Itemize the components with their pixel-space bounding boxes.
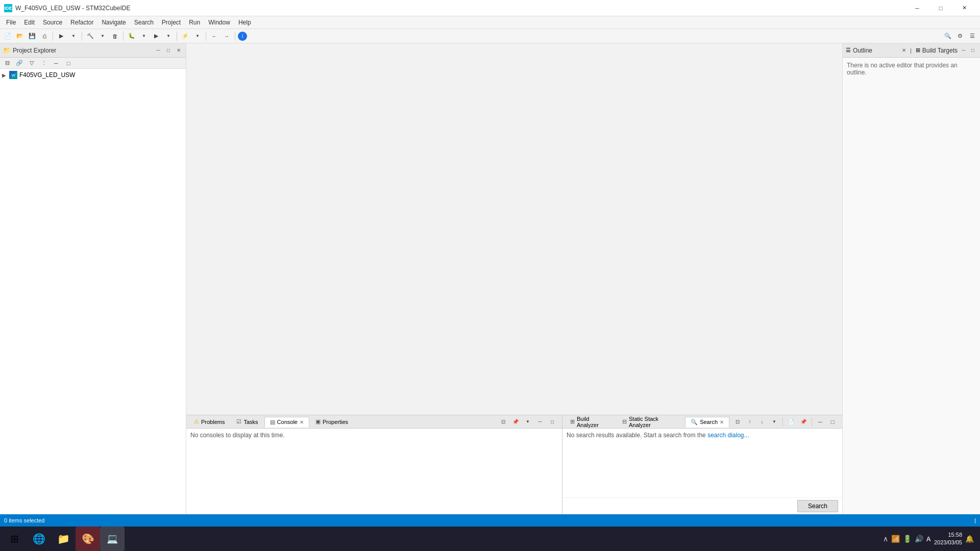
outline-max[interactable]: □	[969, 46, 977, 55]
tb-forward-button[interactable]: →	[221, 31, 232, 42]
project-tree-item[interactable]: ▶ W F405VG_LED_USW	[0, 70, 186, 80]
tb-sep-4	[177, 32, 177, 41]
tb-clean-button[interactable]: 🗑	[109, 31, 120, 42]
collapse-all-button[interactable]: ⊟	[2, 58, 13, 69]
tb-debug-button[interactable]: 🐛	[126, 31, 137, 42]
taskbar-chevron[interactable]: ∧	[883, 535, 888, 543]
search-toolbar-btn4[interactable]: ▼	[769, 416, 780, 428]
start-button[interactable]: ⊞	[2, 527, 27, 551]
explorer-menu-button[interactable]: ⋮	[38, 58, 50, 69]
search-toolbar-btn3[interactable]: ↓	[756, 416, 768, 428]
tb-arrow-down[interactable]: ▼	[68, 31, 79, 42]
menu-run[interactable]: Run	[185, 17, 204, 28]
link-editor-button[interactable]: 🔗	[14, 58, 25, 69]
project-explorer-maximize[interactable]: □	[164, 46, 173, 55]
menu-edit[interactable]: Edit	[20, 17, 39, 28]
tab-static-stack[interactable]: ⊟ Static Stack Analyzer	[617, 414, 684, 430]
battery-icon[interactable]: 🔋	[903, 535, 912, 543]
project-explorer-icon: 📁	[3, 47, 11, 54]
outline-min[interactable]: ─	[960, 46, 968, 55]
tb-sep-3	[123, 32, 124, 41]
title-bar: IDE W_F405VG_LED_USW - STM32CubeIDE ─ □ …	[0, 0, 980, 16]
explorer-min-button[interactable]: ─	[51, 58, 62, 69]
editor-area[interactable]	[186, 43, 842, 415]
explorer-max-button[interactable]: □	[63, 58, 74, 69]
tab-search[interactable]: 🔍 Search ✕	[685, 417, 729, 428]
tb-build-button[interactable]: 🔨	[85, 31, 96, 42]
console-min[interactable]: ─	[534, 416, 546, 428]
edge-browser[interactable]: 🌐	[27, 527, 51, 551]
app4[interactable]: 🎨	[76, 527, 100, 551]
console-max[interactable]: □	[547, 416, 558, 428]
search-dialog-link[interactable]: search dialog...	[707, 432, 749, 439]
search-toolbar-btn2[interactable]: ↑	[744, 416, 755, 428]
tb-build-arrow[interactable]: ▼	[97, 31, 108, 42]
bottom-area: ⚠ Problems ☑ Tasks ▤ Console ✕ ▣ Prope	[186, 415, 842, 514]
search-toolbar-btn1[interactable]: ⊡	[732, 416, 743, 428]
tab-tasks[interactable]: ☑ Tasks	[231, 416, 263, 427]
tab-properties[interactable]: ▣ Properties	[310, 416, 354, 427]
build-targets-icon: ⊞	[916, 47, 920, 54]
search-min-btn[interactable]: ─	[815, 416, 826, 428]
tb-ext-tools[interactable]: ⚡	[180, 31, 191, 42]
open-console-btn[interactable]: ⊡	[498, 416, 509, 428]
project-explorer-minimize[interactable]: ─	[154, 46, 162, 55]
close-button[interactable]: ✕	[952, 0, 976, 16]
tb-ext-arrow[interactable]: ▼	[192, 31, 203, 42]
menu-refactor[interactable]: Refactor	[66, 17, 97, 28]
project-name: F405VG_LED_USW	[19, 71, 75, 79]
tb-help-button[interactable]: i	[238, 32, 247, 41]
menu-source[interactable]: Source	[39, 17, 66, 28]
tb-save-button[interactable]: 💾	[27, 31, 38, 42]
tb-view-icon[interactable]: ☰	[967, 31, 978, 42]
minimize-button[interactable]: ─	[905, 0, 929, 16]
maximize-button[interactable]: □	[929, 0, 952, 16]
wifi-icon[interactable]: 📶	[891, 535, 900, 543]
search-tab-label: Search	[700, 419, 718, 425]
tb-run-last-tool[interactable]: ▶	[56, 31, 67, 42]
outline-icon: ☰	[846, 47, 851, 54]
console-close[interactable]: ✕	[300, 419, 304, 425]
project-explorer-close[interactable]: ✕	[175, 46, 183, 55]
tb-debug-arrow[interactable]: ▼	[138, 31, 150, 42]
project-explorer-toolbar: ⊟ 🔗 ▽ ⋮ ─ □	[0, 58, 186, 69]
tb-search-icon[interactable]: 🔍	[942, 31, 953, 42]
tasks-icon: ☑	[236, 418, 241, 425]
filter-button[interactable]: ▽	[26, 58, 37, 69]
keyboard-icon[interactable]: A	[926, 535, 931, 543]
ide-app[interactable]: 💻	[100, 527, 125, 551]
search-button[interactable]: Search	[797, 500, 838, 512]
tb-new-button[interactable]: 📄	[2, 31, 13, 42]
tb-sep-r2	[812, 417, 812, 427]
menu-search[interactable]: Search	[130, 17, 158, 28]
search-content: No search results available. Start a sea…	[562, 429, 842, 497]
file-explorer[interactable]: 📁	[51, 527, 76, 551]
tb-run-arrow[interactable]: ▼	[163, 31, 174, 42]
search-no-results-prefix: No search results available. Start a sea…	[567, 432, 707, 439]
search-close[interactable]: ✕	[720, 419, 724, 425]
clock[interactable]: 15:58 2023/03/05	[934, 531, 962, 547]
tab-build-analyzer[interactable]: ⊞ Build Analyzer	[565, 414, 616, 430]
menu-help[interactable]: Help	[234, 17, 255, 28]
tb-settings-icon[interactable]: ⚙	[954, 31, 966, 42]
outline-sep: |	[910, 47, 912, 54]
search-pin-btn[interactable]: 📌	[798, 416, 809, 428]
volume-icon[interactable]: 🔊	[915, 535, 923, 543]
menu-project[interactable]: Project	[158, 17, 185, 28]
project-explorer-title: Project Explorer	[13, 47, 152, 54]
console-arrow[interactable]: ▼	[522, 416, 533, 428]
notification-icon[interactable]: 🔔	[965, 535, 974, 543]
tb-open-button[interactable]: 📂	[14, 31, 26, 42]
menu-window[interactable]: Window	[204, 17, 234, 28]
tb-run-button[interactable]: ▶	[151, 31, 162, 42]
menu-file[interactable]: File	[2, 17, 20, 28]
pin-console-btn[interactable]: 📌	[510, 416, 521, 428]
menu-navigate[interactable]: Navigate	[97, 17, 130, 28]
search-new-btn[interactable]: 📄	[786, 416, 797, 428]
tab-problems[interactable]: ⚠ Problems	[188, 416, 230, 427]
tb-print-button[interactable]: ⎙	[39, 31, 50, 42]
tb-back-button[interactable]: ←	[209, 31, 220, 42]
tab-console[interactable]: ▤ Console ✕	[264, 417, 309, 428]
search-max-btn[interactable]: □	[827, 416, 838, 428]
taskbar: ⊞ 🌐 📁 🎨 💻 ∧ 📶 🔋 🔊 A 15:58 2023/03/05 🔔	[0, 527, 980, 551]
